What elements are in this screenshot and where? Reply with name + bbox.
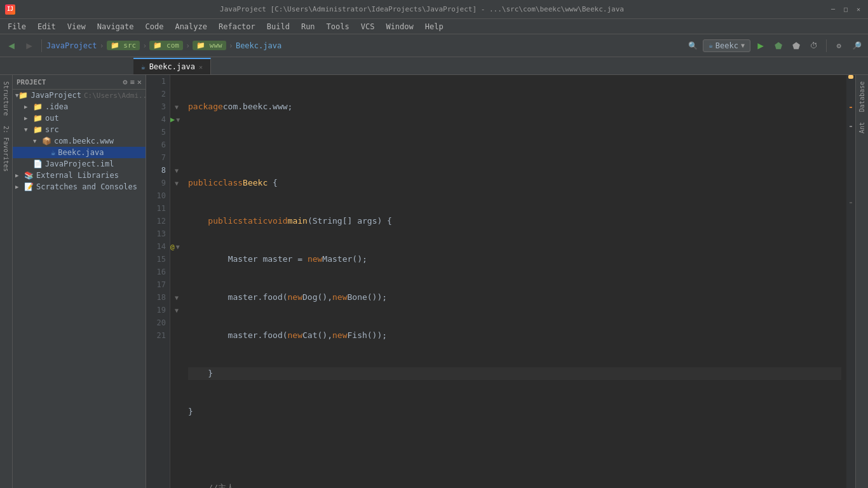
- gutter-19: ▼: [170, 304, 183, 316]
- scratch-icon: 📝: [24, 182, 34, 191]
- menubar: File Edit View Navigate Code Analyze Ref…: [0, 19, 868, 34]
- tree-item-out[interactable]: ▶ 📁 out: [13, 112, 146, 124]
- tree-item-javaproject[interactable]: ▼ 📁 JavaProject C:\Users\Admi...: [13, 90, 146, 101]
- favorites-tool-button[interactable]: 2: Favorites: [1, 122, 11, 175]
- menu-view[interactable]: View: [62, 21, 91, 32]
- menu-window[interactable]: Window: [381, 21, 418, 32]
- line-num-6: 6: [146, 139, 166, 151]
- code-line-4: public static void main(String[] args) {: [188, 215, 841, 227]
- tree-label: Scratches and Consoles: [36, 182, 137, 191]
- close-button[interactable]: ✕: [854, 5, 863, 14]
- tabs-bar: ☕ Beekc.java ✕: [0, 57, 868, 75]
- ant-tool-button[interactable]: Ant: [857, 118, 867, 137]
- run-config-selector[interactable]: ☕ Beekc ▼: [703, 39, 750, 52]
- line-num-12: 12: [146, 215, 166, 227]
- line-num-5: 5: [146, 126, 166, 139]
- forward-button[interactable]: ▶: [22, 38, 37, 53]
- menu-navigate[interactable]: Navigate: [92, 21, 139, 32]
- code-content[interactable]: package com.beekc.www; public class Beek…: [183, 75, 846, 488]
- annotation-icon: @: [170, 243, 175, 251]
- run-button[interactable]: ▶: [753, 38, 768, 53]
- editor-scrollbar[interactable]: [846, 75, 855, 488]
- minimize-button[interactable]: ─: [829, 5, 837, 14]
- maximize-button[interactable]: □: [841, 5, 850, 14]
- debug-button[interactable]: ⬟: [771, 38, 786, 53]
- gutter-18: ▼: [170, 291, 183, 304]
- breadcrumb-sep-1: ›: [99, 41, 104, 50]
- code-editor[interactable]: 1 2 3 4 5 6 7 8 9 10 11 12 13 14 15 16 1…: [146, 75, 855, 488]
- sidebar-collapse-icon[interactable]: ≡: [130, 78, 135, 86]
- gutter-20: [170, 316, 183, 329]
- breadcrumb-www[interactable]: 📁 www: [193, 41, 226, 50]
- database-tool-button[interactable]: Database: [857, 78, 867, 116]
- tree-item-idea[interactable]: ▶ 📁 .idea: [13, 101, 146, 112]
- gutter-10: [170, 189, 183, 202]
- profile-button[interactable]: ⏱: [806, 38, 822, 53]
- fold-icon[interactable]: ▼: [175, 104, 179, 111]
- scroll-marker-top: [848, 75, 853, 79]
- run-config-name: Beekc: [715, 41, 738, 50]
- settings-button[interactable]: ⚙: [831, 38, 846, 53]
- tree-item-beekc[interactable]: ☕ Beekc.java: [13, 147, 146, 158]
- menu-file[interactable]: File: [3, 21, 31, 32]
- editor-area: 1 2 3 4 5 6 7 8 9 10 11 12 13 14 15 16 1…: [146, 75, 855, 488]
- tree-item-iml[interactable]: 📄 JavaProject.iml: [13, 158, 146, 170]
- tree-expand-arrow: ▶: [24, 115, 33, 121]
- gutter-21: [170, 329, 183, 342]
- project-folder-icon: 📁: [18, 91, 28, 100]
- code-line-5: Master master = new Master();: [188, 253, 841, 266]
- breadcrumb-src[interactable]: 📁 src: [107, 41, 140, 50]
- tree-label: External Libraries: [36, 171, 119, 180]
- toolbar-separator-1: [41, 39, 42, 52]
- breadcrumb-project[interactable]: JavaProject: [46, 41, 97, 50]
- fold-icon-9[interactable]: ▼: [175, 180, 179, 187]
- menu-analyze[interactable]: Analyze: [170, 21, 212, 32]
- gutter-3: ▼: [170, 100, 183, 113]
- menu-tools[interactable]: Tools: [322, 21, 355, 32]
- tree-item-src[interactable]: ▼ 📁 src: [13, 124, 146, 135]
- menu-refactor[interactable]: Refactor: [214, 21, 261, 32]
- sidebar-title: Project: [17, 78, 46, 86]
- run-gutter-icon[interactable]: ▶: [170, 115, 175, 124]
- breadcrumb-com[interactable]: 📁 com: [149, 41, 183, 50]
- back-button[interactable]: ◀: [4, 38, 19, 53]
- structure-tool-button[interactable]: Structure: [1, 78, 11, 119]
- toolbar-separator-2: [826, 39, 827, 52]
- line-num-14: 14: [146, 240, 166, 253]
- fold-icon-19[interactable]: ▼: [175, 307, 179, 314]
- fold-icon-8[interactable]: ▼: [175, 167, 179, 174]
- tree-item-external-libs[interactable]: ▶ 📚 External Libraries: [13, 170, 146, 181]
- sidebar-close-icon[interactable]: ✕: [137, 78, 142, 86]
- code-line-1: package com.beekc.www;: [188, 100, 841, 113]
- tree-item-package[interactable]: ▼ 📦 com.beekc.www: [13, 135, 146, 147]
- search-everywhere-button[interactable]: 🔍: [685, 38, 700, 53]
- search-button[interactable]: 🔎: [849, 38, 864, 53]
- menu-run[interactable]: Run: [296, 21, 320, 32]
- fold-icon-4[interactable]: ▼: [176, 116, 180, 123]
- tree-path: C:\Users\Admi...: [84, 92, 146, 100]
- gutter-15: [170, 253, 183, 266]
- breadcrumb-file[interactable]: Beekc.java: [236, 41, 281, 50]
- menu-build[interactable]: Build: [262, 21, 295, 32]
- tree-item-scratches[interactable]: ▶ 📝 Scratches and Consoles: [13, 181, 146, 193]
- breadcrumb-sep-4: ›: [229, 41, 233, 50]
- java-file-icon: ☕: [51, 148, 55, 157]
- gutter-markers: ▼ ▶ ▼ ▼ ▼ @: [170, 75, 183, 488]
- menu-vcs[interactable]: VCS: [356, 21, 380, 32]
- line-num-18: 18: [146, 291, 166, 304]
- gutter-1: [170, 75, 183, 88]
- code-line-7: master.food(new Cat(),new Fish());: [188, 329, 841, 342]
- tree-label: JavaProject: [31, 91, 81, 100]
- code-line-11: //主人: [188, 482, 841, 488]
- gutter-12: [170, 215, 183, 227]
- fold-icon-14[interactable]: ▼: [176, 243, 180, 250]
- sidebar-gear-icon[interactable]: ⚙: [123, 78, 127, 86]
- code-line-8: }: [188, 367, 841, 380]
- tab-close-button[interactable]: ✕: [199, 64, 203, 71]
- menu-edit[interactable]: Edit: [32, 21, 61, 32]
- fold-icon-18[interactable]: ▼: [175, 294, 179, 301]
- menu-code[interactable]: Code: [140, 21, 169, 32]
- run-coverage-button[interactable]: ⬟: [789, 38, 804, 53]
- tab-beekc-java[interactable]: ☕ Beekc.java ✕: [133, 58, 211, 74]
- menu-help[interactable]: Help: [420, 21, 449, 32]
